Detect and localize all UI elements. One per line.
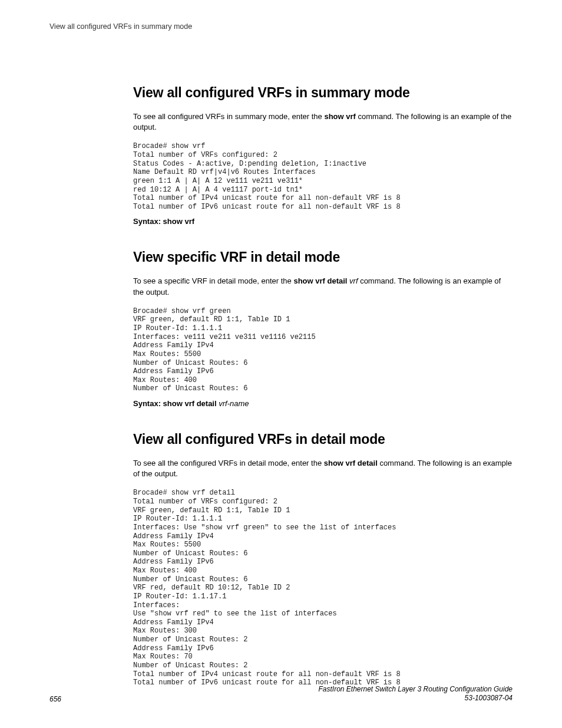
syntax-line-1: Syntax: show vrf	[133, 217, 513, 226]
section-intro-1: To see all configured VRFs in summary mo…	[133, 111, 513, 133]
intro-command: show vrf detail	[324, 459, 378, 467]
intro-command: show vrf detail	[293, 276, 347, 285]
footer-doc-info: FastIron Ethernet Switch Layer 3 Routing…	[318, 685, 513, 703]
syntax-command: show vrf detail	[163, 399, 217, 408]
page: View all configured VRFs in summary mode…	[0, 0, 562, 728]
code-block-1: Brocade# show vrf Total number of VRFs c…	[133, 142, 513, 211]
section-heading-3: View all configured VRFs in detail mode	[133, 431, 513, 447]
syntax-label: Syntax:	[133, 217, 163, 226]
syntax-command: show vrf	[163, 217, 194, 226]
syntax-line-2: Syntax: show vrf detail vrf-name	[133, 399, 513, 408]
section-intro-3: To see all the configured VRFs in detail…	[133, 458, 513, 479]
running-header: View all configured VRFs in summary mode	[49, 22, 513, 31]
intro-command: show vrf	[324, 112, 355, 121]
code-block-3: Brocade# show vrf detail Total number of…	[133, 489, 513, 687]
intro-text: To see a specific VRF in detail mode, en…	[133, 276, 293, 285]
syntax-arg: vrf-name	[217, 399, 249, 408]
page-number: 656	[49, 695, 61, 703]
page-footer: 656 FastIron Ethernet Switch Layer 3 Rou…	[49, 685, 513, 703]
content-body: View all configured VRFs in summary mode…	[133, 85, 513, 687]
section-heading-1: View all configured VRFs in summary mode	[133, 85, 513, 101]
intro-text: To see all configured VRFs in summary mo…	[133, 112, 324, 121]
syntax-label: Syntax:	[133, 399, 163, 408]
section-intro-2: To see a specific VRF in detail mode, en…	[133, 276, 513, 297]
intro-arg: vrf	[347, 276, 358, 285]
footer-doc-number: 53-1003087-04	[318, 694, 513, 703]
footer-doc-title: FastIron Ethernet Switch Layer 3 Routing…	[318, 685, 513, 694]
intro-text: To see all the configured VRFs in detail…	[133, 459, 324, 467]
code-block-2: Brocade# show vrf green VRF green, defau…	[133, 307, 513, 393]
section-heading-2: View specific VRF in detail mode	[133, 249, 513, 265]
